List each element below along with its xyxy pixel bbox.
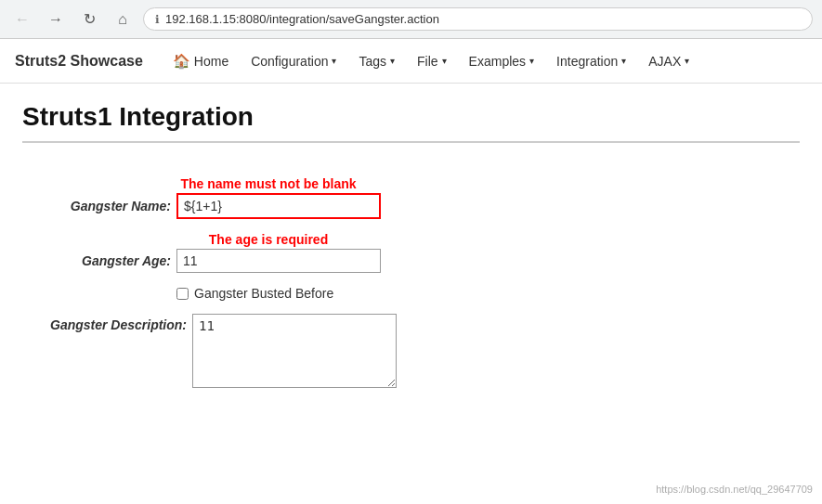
name-error-message: The name must not be blank: [50, 176, 487, 191]
form-container: The name must not be blank Gangster Name…: [22, 158, 487, 388]
chevron-down-icon: ▾: [685, 56, 689, 66]
nav-link-home[interactable]: 🏠 Home: [162, 40, 240, 83]
home-icon: 🏠: [173, 53, 190, 70]
gangster-description-label: Gangster Description:: [50, 314, 187, 332]
gangster-age-row: Gangster Age:: [50, 249, 487, 273]
address-bar[interactable]: ℹ 192.168.1.15:8080/integration/saveGang…: [143, 7, 813, 31]
nav-item-configuration: Configuration ▾: [240, 41, 347, 82]
reload-button[interactable]: ↻: [76, 6, 102, 32]
nav-tags-label: Tags: [359, 54, 386, 69]
home-button[interactable]: ⌂: [110, 6, 136, 32]
gangster-description-row: Gangster Description: 11: [50, 314, 487, 388]
gangster-name-label: Gangster Name:: [50, 199, 171, 213]
brand-link[interactable]: Struts2 Showcase: [15, 53, 143, 70]
busted-checkbox[interactable]: [176, 288, 189, 300]
info-icon: ℹ: [155, 13, 160, 26]
nav-file-label: File: [417, 54, 438, 69]
nav-configuration-label: Configuration: [251, 54, 328, 69]
gangster-age-label: Gangster Age:: [50, 253, 171, 268]
chevron-down-icon: ▾: [442, 56, 447, 66]
nav-item-home: 🏠 Home: [162, 40, 240, 83]
nav-item-tags: Tags ▾: [347, 41, 406, 82]
url-text: 192.168.1.15:8080/integration/saveGangst…: [165, 12, 439, 26]
navbar: Struts2 Showcase 🏠 Home Configuration ▾ …: [0, 39, 822, 84]
nav-link-examples[interactable]: Examples ▾: [458, 41, 545, 82]
back-button[interactable]: ←: [9, 6, 35, 32]
chevron-down-icon: ▾: [529, 56, 534, 66]
nav-link-file[interactable]: File ▾: [406, 41, 458, 82]
chevron-down-icon: ▾: [621, 56, 626, 66]
page-content: Struts1 Integration The name must not be…: [0, 84, 822, 420]
chevron-down-icon: ▾: [332, 56, 336, 66]
nav-menu: 🏠 Home Configuration ▾ Tags ▾ File ▾ Ex: [162, 40, 807, 83]
nav-link-integration[interactable]: Integration ▾: [545, 41, 637, 82]
nav-link-tags[interactable]: Tags ▾: [347, 41, 406, 82]
nav-item-file: File ▾: [406, 41, 458, 82]
nav-integration-label: Integration: [556, 54, 618, 69]
gangster-description-input[interactable]: 11: [192, 314, 397, 388]
nav-link-configuration[interactable]: Configuration ▾: [240, 41, 347, 82]
gangster-name-input[interactable]: [176, 193, 381, 219]
browser-chrome: ← → ↻ ⌂ ℹ 192.168.1.15:8080/integration/…: [0, 0, 822, 39]
gangster-age-input[interactable]: [176, 249, 381, 273]
nav-examples-label: Examples: [469, 54, 526, 69]
page-title: Struts1 Integration: [22, 102, 800, 143]
forward-button[interactable]: →: [43, 6, 69, 32]
nav-item-ajax: AJAX ▾: [637, 41, 700, 82]
nav-item-examples: Examples ▾: [458, 41, 545, 82]
nav-home-label: Home: [194, 54, 228, 69]
busted-row: Gangster Busted Before: [50, 286, 487, 301]
nav-item-integration: Integration ▾: [545, 41, 637, 82]
nav-link-ajax[interactable]: AJAX ▾: [637, 41, 700, 82]
busted-label: Gangster Busted Before: [194, 286, 333, 301]
age-error-message: The age is required: [50, 232, 487, 247]
chevron-down-icon: ▾: [390, 56, 395, 66]
nav-ajax-label: AJAX: [648, 54, 681, 69]
gangster-name-row: Gangster Name:: [50, 193, 487, 219]
